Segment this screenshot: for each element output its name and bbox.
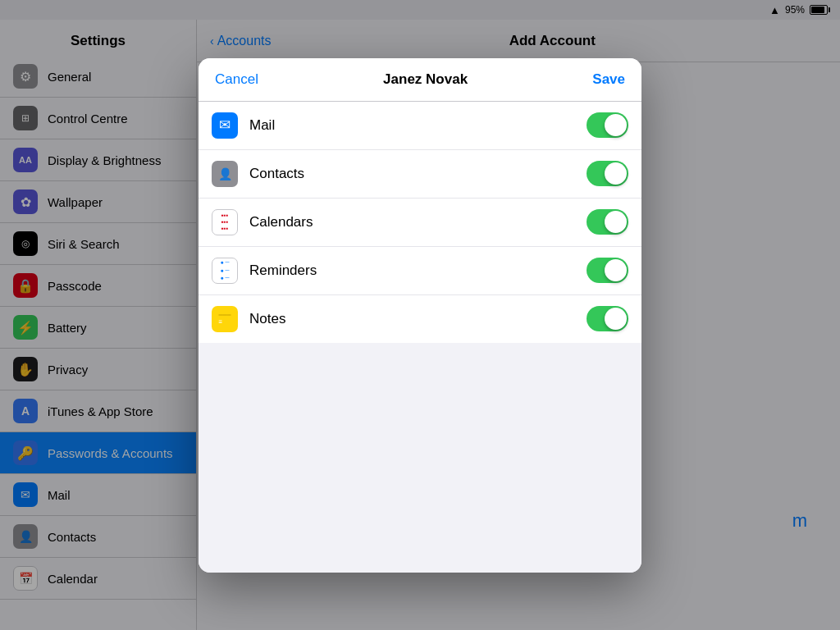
mail-row-icon: ✉ [212, 112, 238, 139]
modal-overlay: Cancel Janez Novak Save ✉ Mail 👤 Contact… [0, 0, 840, 630]
contacts-toggle-knob [605, 162, 627, 185]
modal-header: Cancel Janez Novak Save [199, 58, 641, 102]
cancel-button[interactable]: Cancel [215, 71, 258, 88]
reminders-row-label: Reminders [249, 262, 575, 279]
modal-title: Janez Novak [383, 71, 468, 88]
reminders-toggle-knob [605, 259, 627, 281]
account-modal: Cancel Janez Novak Save ✉ Mail 👤 Contact… [199, 58, 641, 573]
modal-bottom-space [199, 343, 641, 573]
contacts-row-icon: 👤 [212, 161, 238, 187]
notes-row-label: Notes [249, 311, 575, 327]
modal-row-reminders: ● ─ ● ─ ● ─ Reminders [199, 247, 641, 295]
modal-row-notes: ═══ ≡ Notes [199, 295, 641, 343]
modal-body: ✉ Mail 👤 Contacts ▪▪▪▪ [199, 102, 641, 573]
mail-row-label: Mail [249, 117, 575, 134]
contacts-row-label: Contacts [249, 166, 575, 182]
calendars-row-label: Calendars [249, 214, 575, 231]
notes-row-icon: ═══ ≡ [212, 306, 238, 332]
mail-toggle[interactable] [587, 112, 628, 138]
calendars-row-icon: ▪▪▪▪▪▪▪▪▪ [212, 209, 238, 235]
modal-row-mail: ✉ Mail [199, 102, 641, 150]
modal-section: ✉ Mail 👤 Contacts ▪▪▪▪ [199, 102, 641, 343]
reminders-toggle[interactable] [587, 258, 628, 283]
calendars-toggle[interactable] [587, 209, 628, 235]
reminders-row-icon: ● ─ ● ─ ● ─ [212, 258, 238, 284]
notes-toggle[interactable] [587, 306, 628, 331]
notes-toggle-knob [605, 308, 627, 330]
calendars-toggle-knob [605, 211, 627, 233]
modal-row-contacts: 👤 Contacts [199, 150, 641, 199]
mail-toggle-knob [605, 114, 627, 136]
modal-row-calendars: ▪▪▪▪▪▪▪▪▪ Calendars [199, 199, 641, 247]
save-button[interactable]: Save [592, 71, 625, 88]
contacts-toggle[interactable] [587, 161, 628, 186]
